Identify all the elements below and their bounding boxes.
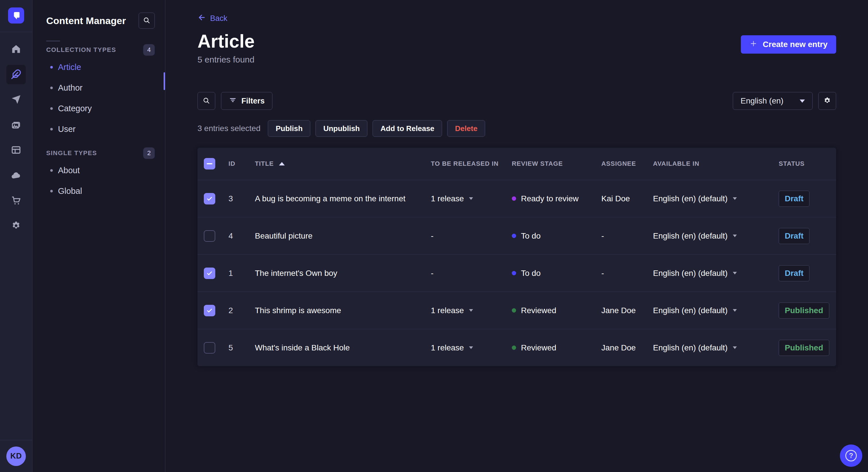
column-header-to-be-released-in[interactable]: TO BE RELEASED IN — [427, 160, 508, 167]
row-checkbox[interactable] — [204, 342, 215, 353]
cell-title: The internet's Own boy — [251, 269, 427, 278]
sidebar-item-article[interactable]: Article — [32, 57, 165, 77]
rail-icon-list — [6, 40, 26, 236]
sidebar-item-label: User — [58, 125, 75, 134]
table-row[interactable]: 3A bug is becoming a meme on the interne… — [197, 180, 836, 217]
content-manager-sidebar: Content Manager COLLECTION TYPES4Article… — [32, 0, 165, 472]
bullet-icon — [50, 107, 53, 110]
search-entries-button[interactable] — [197, 92, 215, 110]
cell-available-in[interactable]: English (en) (default) — [650, 231, 775, 241]
table-row[interactable]: 5What's inside a Black Hole1 releaseRevi… — [197, 329, 836, 366]
row-checkbox[interactable] — [204, 268, 215, 279]
sidebar-title: Content Manager — [46, 15, 126, 26]
sidebar-item-about[interactable]: About — [32, 160, 165, 181]
section-label: COLLECTION TYPES — [46, 46, 116, 54]
help-button[interactable]: ? — [840, 444, 862, 467]
arrow-left-icon — [197, 13, 206, 24]
rail-item-cloud-icon[interactable] — [6, 166, 26, 185]
chevron-down-icon — [800, 100, 805, 103]
rail-bottom-section: KD — [0, 440, 32, 472]
row-checkbox[interactable] — [204, 230, 215, 242]
add-to-release-button[interactable]: Add to Release — [373, 120, 442, 137]
bullet-icon — [50, 66, 53, 69]
table-row[interactable]: 4Beautiful picture-To do-English (en) (d… — [197, 217, 836, 255]
status-badge: Draft — [779, 228, 809, 244]
cell-available-in[interactable]: English (en) (default) — [650, 194, 775, 203]
rail-item-feather-icon[interactable] — [6, 65, 26, 84]
publish-button[interactable]: Publish — [268, 120, 310, 137]
app-window: KD Content Manager COLLECTION TYPES4Arti… — [0, 0, 868, 472]
create-new-entry-button[interactable]: Create new entry — [741, 35, 836, 54]
sidebar-item-user[interactable]: User — [32, 119, 165, 139]
sidebar-search-button[interactable] — [138, 12, 155, 29]
rail-item-layout-icon[interactable] — [6, 140, 26, 160]
bullet-icon — [50, 169, 53, 172]
main-nav-rail: KD — [0, 0, 32, 472]
chevron-down-icon — [469, 346, 473, 349]
locale-select[interactable]: English (en) — [733, 92, 813, 110]
home-icon — [11, 44, 21, 55]
sidebar-item-label: Category — [58, 104, 92, 113]
sidebar-item-label: Article — [58, 63, 81, 72]
cell-assignee: Kai Doe — [598, 194, 650, 203]
back-link[interactable]: Back — [197, 13, 227, 24]
cell-to-be-released-in[interactable]: 1 release — [427, 194, 508, 203]
cell-to-be-released-in[interactable]: 1 release — [427, 343, 508, 352]
cell-available-in[interactable]: English (en) (default) — [650, 306, 775, 315]
column-header-review-stage[interactable]: REVIEW STAGE — [508, 160, 598, 167]
table-row[interactable]: 2This shrimp is awesome1 releaseReviewed… — [197, 292, 836, 329]
stage-dot-icon — [512, 234, 516, 238]
search-icon — [203, 97, 210, 105]
table-row[interactable]: 1The internet's Own boy-To do-English (e… — [197, 255, 836, 292]
cell-to-be-released-in[interactable]: 1 release — [427, 306, 508, 315]
cell-title: This shrimp is awesome — [251, 306, 427, 315]
column-header-status[interactable]: STATUS — [775, 160, 836, 167]
sidebar-section: COLLECTION TYPES4ArticleAuthorCategoryUs… — [32, 44, 165, 139]
stage-dot-icon — [512, 196, 516, 201]
unpublish-button[interactable]: Unpublish — [315, 120, 367, 137]
sidebar-item-label: About — [58, 166, 80, 175]
chevron-down-icon — [733, 197, 737, 200]
select-all-checkbox[interactable] — [204, 158, 215, 169]
user-avatar[interactable]: KD — [6, 446, 26, 466]
sidebar-item-author[interactable]: Author — [32, 77, 165, 98]
rail-item-gear-icon[interactable] — [6, 216, 26, 236]
cart-icon — [11, 195, 21, 206]
rail-item-paper-plane-icon[interactable] — [6, 90, 26, 109]
bullet-icon — [50, 190, 53, 193]
chevron-down-icon — [733, 309, 737, 312]
help-question-icon: ? — [845, 450, 857, 461]
cell-id: 3 — [225, 194, 251, 203]
rail-item-home-icon[interactable] — [6, 40, 26, 59]
indeterminate-dash-icon — [207, 163, 212, 164]
rail-item-cart-icon[interactable] — [6, 191, 26, 210]
sort-ascending-icon — [279, 162, 285, 165]
row-checkbox[interactable] — [204, 305, 215, 316]
rail-item-images-icon[interactable] — [6, 115, 26, 135]
cell-available-in[interactable]: English (en) (default) — [650, 269, 775, 278]
cell-assignee: Jane Doe — [598, 306, 650, 315]
cell-available-in[interactable]: English (en) (default) — [650, 343, 775, 352]
sidebar-item-category[interactable]: Category — [32, 98, 165, 119]
cell-title: A bug is becoming a meme on the internet — [251, 194, 427, 203]
table-header-row: IDTITLETO BE RELEASED INREVIEW STAGEASSI… — [197, 148, 836, 180]
chevron-down-icon — [733, 272, 737, 274]
delete-button[interactable]: Delete — [447, 120, 485, 137]
cell-status: Draft — [775, 228, 836, 244]
row-checkbox[interactable] — [204, 193, 215, 204]
filters-button[interactable]: Filters — [221, 92, 272, 110]
column-header-id[interactable]: ID — [225, 160, 251, 167]
column-header-assignee[interactable]: ASSIGNEE — [598, 160, 650, 167]
cell-title: What's inside a Black Hole — [251, 343, 427, 352]
view-settings-button[interactable] — [818, 92, 836, 110]
stage-dot-icon — [512, 345, 516, 350]
cell-id: 4 — [225, 231, 251, 241]
cell-id: 2 — [225, 306, 251, 315]
sidebar-item-global[interactable]: Global — [32, 181, 165, 201]
column-header-available-in[interactable]: AVAILABLE IN — [650, 160, 775, 167]
selection-count-label: 3 entries selected — [197, 124, 260, 133]
status-badge: Draft — [779, 191, 809, 207]
sidebar-item-label: Author — [58, 83, 82, 93]
column-header-title[interactable]: TITLE — [251, 160, 427, 167]
active-item-indicator — [164, 72, 165, 90]
